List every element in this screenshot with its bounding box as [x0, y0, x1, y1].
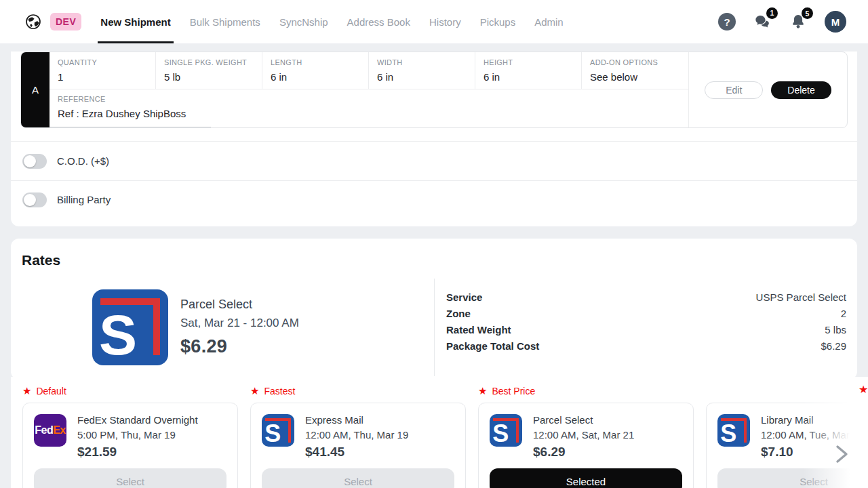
package-row-label: A — [21, 52, 50, 127]
rate-service-name: Parcel Select — [180, 298, 299, 312]
usps-carrier-logo: S — [717, 414, 750, 447]
env-badge: DEV — [50, 13, 81, 30]
rate-delivery-date: Sat, Mar 21 - 12:00 AM — [180, 317, 299, 330]
detail-zone: Zone 2 — [446, 308, 846, 319]
option-delivery: 12:00 AM, Thu, Mar 19 — [305, 429, 408, 441]
rate-options-carousel: ★ Default FedEx FedEx Standard Overnight… — [11, 377, 868, 488]
field-width: WIDTH 6 in — [369, 52, 475, 89]
top-nav: DEV New Shipment Bulk Shipments SyncNshi… — [0, 0, 868, 43]
option-delivery: 5:00 PM, Thu, Mar 19 — [77, 429, 198, 441]
nav-item-address-book[interactable]: Address Book — [347, 0, 410, 43]
rates-section: Rates S Parcel Select Sat, Mar 21 - 12:0… — [11, 239, 857, 380]
tag-best-price: Best Price — [492, 386, 535, 396]
rate-card: FedEx FedEx Standard Overnight 5:00 PM, … — [22, 403, 238, 488]
option-service-name: Parcel Select — [533, 414, 634, 426]
help-button[interactable]: ? — [718, 13, 736, 30]
nav-item-new-shipment[interactable]: New Shipment — [100, 0, 170, 43]
usps-carrier-logo: S — [490, 414, 522, 447]
option-price: $21.59 — [77, 445, 198, 460]
detail-service: Service USPS Parcel Select — [446, 291, 846, 303]
option-delivery: 12:00 AM, Tue, Mar 2 — [761, 429, 858, 441]
option-service-name: FedEx Standard Overnight — [77, 414, 198, 426]
nav-item-pickups[interactable]: Pickups — [480, 0, 516, 43]
nav-item-history[interactable]: History — [429, 0, 461, 43]
select-rate-button[interactable]: Select — [262, 468, 454, 488]
package-section: A QUANTITY 1 SINGLE PKG. WEIGHT 5 lb LEN… — [11, 52, 857, 226]
toggle-knob — [24, 194, 36, 206]
cod-label: C.O.D. (+$) — [57, 155, 109, 167]
billing-party-label: Billing Party — [57, 194, 111, 205]
nav-item-bulk-shipments[interactable]: Bulk Shipments — [190, 0, 260, 43]
nav-item-syncnship[interactable]: SyncNship — [279, 0, 328, 43]
nav-item-admin[interactable]: Admin — [534, 0, 564, 43]
usps-carrier-logo: S — [92, 289, 168, 365]
shipping-app-page: DEV New Shipment Bulk Shipments SyncNshi… — [0, 0, 868, 488]
rate-details: Service USPS Parcel Select Zone 2 Rated … — [434, 279, 857, 376]
package-actions: Edit Delete — [688, 52, 847, 127]
rate-price: $6.29 — [180, 336, 299, 357]
messages-count-badge: 1 — [766, 7, 778, 19]
field-length: LENGTH 6 in — [262, 52, 369, 89]
option-service-name: Express Mail — [305, 414, 408, 426]
carousel-next-button[interactable] — [833, 445, 850, 464]
select-rate-button[interactable]: Select — [717, 468, 868, 488]
rate-option-library-mail: S Library Mail 12:00 AM, Tue, Mar 2 $7.1… — [706, 386, 868, 488]
star-icon: ★ — [250, 386, 259, 396]
field-reference: REFERENCE Ref : Ezra Dushey ShipBoss — [50, 89, 688, 127]
package-row: A QUANTITY 1 SINGLE PKG. WEIGHT 5 lb LEN… — [20, 52, 848, 128]
selected-rate-summary: S Parcel Select Sat, Mar 21 - 12:00 AM $… — [11, 279, 857, 376]
rate-option-fastest: ★ Fastest S Express Mail 12:00 AM, Thu, … — [250, 386, 466, 488]
chevron-right-icon — [833, 445, 850, 464]
rates-title: Rates — [11, 239, 857, 268]
cod-row: C.O.D. (+$) — [11, 141, 857, 180]
detail-rated-weight: Rated Weight 5 lbs — [446, 324, 846, 336]
tag-default: Default — [36, 386, 66, 396]
rate-option-default: ★ Default FedEx FedEx Standard Overnight… — [22, 386, 238, 488]
edit-button[interactable]: Edit — [705, 81, 763, 99]
messages-button[interactable]: 1 — [753, 13, 772, 31]
field-addon-options: ADD-ON OPTIONS See below — [582, 52, 688, 89]
option-price: $41.45 — [305, 445, 408, 460]
field-height: HEIGHT 6 in — [475, 52, 582, 89]
reference-input[interactable]: Ref : Ezra Dushey ShipBoss — [58, 108, 688, 119]
nav-icon-cluster: ? 1 5 M — [718, 11, 846, 33]
selected-rate-button[interactable]: Selected — [490, 468, 682, 488]
billing-party-row: Billing Party — [11, 180, 857, 218]
rate-option-best-price: ★ Best Price S Parcel Select 12:00 AM, S… — [478, 386, 694, 488]
star-icon: ★ — [22, 386, 31, 396]
tag-fastest: Fastest — [264, 386, 295, 396]
cod-toggle[interactable] — [22, 154, 47, 169]
option-delivery: 12:00 AM, Sat, Mar 21 — [533, 429, 634, 441]
usps-carrier-logo: S — [262, 414, 294, 447]
option-service-name: Library Mail — [761, 414, 858, 426]
notifications-count-badge: 5 — [802, 7, 813, 19]
toggle-knob — [24, 155, 36, 167]
field-quantity: QUANTITY 1 — [50, 52, 156, 89]
reference-input-underline — [50, 127, 211, 127]
clipped-tag-star-icon: ★ — [859, 384, 868, 395]
select-rate-button[interactable]: Select — [34, 468, 226, 488]
fedex-carrier-logo: FedEx — [34, 414, 66, 447]
field-single-pkg-weight: SINGLE PKG. WEIGHT 5 lb — [156, 52, 262, 89]
billing-party-toggle[interactable] — [22, 192, 47, 207]
star-icon: ★ — [478, 386, 487, 396]
globe-logo-icon — [25, 14, 41, 30]
option-price: $6.29 — [533, 445, 634, 460]
rate-card: S Parcel Select 12:00 AM, Sat, Mar 21 $6… — [478, 403, 694, 488]
user-avatar[interactable]: M — [825, 11, 846, 33]
delete-button[interactable]: Delete — [771, 81, 831, 99]
help-icon: ? — [718, 13, 736, 30]
detail-package-total-cost: Package Total Cost $6.29 — [446, 340, 846, 352]
notifications-button[interactable]: 5 — [789, 13, 807, 30]
rate-card: S Express Mail 12:00 AM, Thu, Mar 19 $41… — [250, 403, 466, 488]
